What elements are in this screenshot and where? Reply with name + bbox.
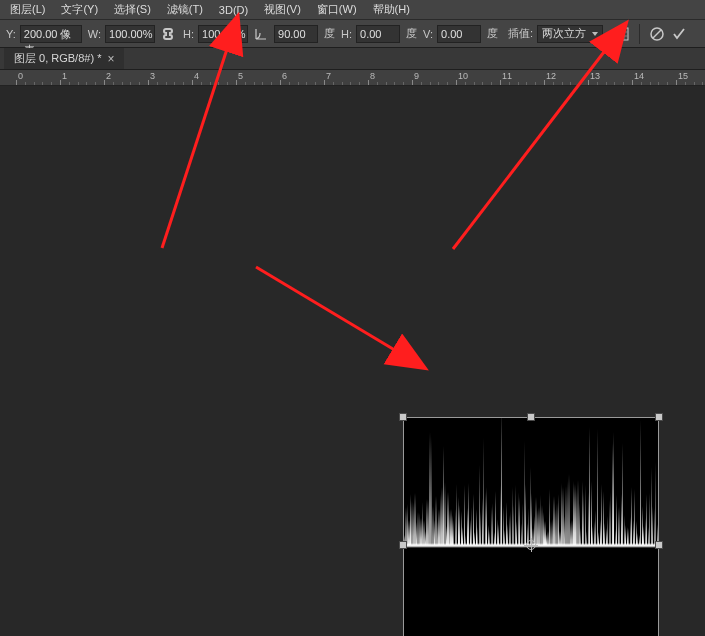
ruler-label: 6 bbox=[282, 71, 287, 81]
ruler-label: 9 bbox=[414, 71, 419, 81]
transform-handle-top-right[interactable] bbox=[655, 413, 663, 421]
warp-mode-icon[interactable] bbox=[613, 25, 631, 43]
cancel-transform-icon[interactable] bbox=[648, 25, 666, 43]
hskew-label: H: bbox=[341, 28, 352, 40]
rotation-field[interactable]: 90.00 bbox=[274, 25, 318, 43]
ruler-label: 15 bbox=[678, 71, 688, 81]
transform-handle-top-left[interactable] bbox=[399, 413, 407, 421]
menu-view[interactable]: 视图(V) bbox=[256, 0, 309, 19]
y-field[interactable]: 200.00 像素 bbox=[20, 25, 82, 43]
width-field[interactable]: 100.00% bbox=[105, 25, 155, 43]
waveform-spike bbox=[597, 429, 598, 545]
ruler-label: 14 bbox=[634, 71, 644, 81]
link-icon[interactable] bbox=[159, 25, 177, 43]
angle-icon bbox=[252, 25, 270, 43]
ruler-label: 4 bbox=[194, 71, 199, 81]
close-icon[interactable]: × bbox=[107, 53, 114, 65]
svg-rect-0 bbox=[616, 28, 628, 40]
commit-transform-icon[interactable] bbox=[670, 25, 688, 43]
svg-line-2 bbox=[653, 30, 661, 38]
document-tab[interactable]: 图层 0, RGB/8#) * × bbox=[4, 48, 124, 69]
separator bbox=[639, 24, 640, 44]
waveform-spike bbox=[613, 432, 614, 545]
height-field[interactable]: 100.00% bbox=[198, 25, 248, 43]
document-tab-bar: 图层 0, RGB/8#) * × bbox=[0, 48, 705, 70]
options-bar: Y: 200.00 像素 W: 100.00% H: 100.00% 90.00… bbox=[0, 20, 705, 48]
menu-filter[interactable]: 滤镜(T) bbox=[159, 0, 211, 19]
ruler-label: 3 bbox=[150, 71, 155, 81]
interpolation-label: 插值: bbox=[508, 26, 533, 41]
menu-window[interactable]: 窗口(W) bbox=[309, 0, 365, 19]
ruler-label: 7 bbox=[326, 71, 331, 81]
ruler-label: 12 bbox=[546, 71, 556, 81]
ruler-label: 1 bbox=[62, 71, 67, 81]
transform-reference-point[interactable] bbox=[526, 540, 536, 550]
transform-handle-top-middle[interactable] bbox=[527, 413, 535, 421]
menu-select[interactable]: 选择(S) bbox=[106, 0, 159, 19]
hskew-unit: 度 bbox=[406, 26, 417, 41]
ruler-label: 11 bbox=[502, 71, 512, 81]
transform-handle-middle-left[interactable] bbox=[399, 541, 407, 549]
free-transform-bounding-box[interactable] bbox=[404, 418, 658, 636]
menu-3d[interactable]: 3D(D) bbox=[211, 2, 256, 18]
horizontal-ruler[interactable]: 012345678910111213141516 bbox=[0, 70, 705, 86]
menu-help[interactable]: 帮助(H) bbox=[365, 0, 418, 19]
vskew-label: V: bbox=[423, 28, 433, 40]
menu-text[interactable]: 文字(Y) bbox=[53, 0, 106, 19]
width-label: W: bbox=[88, 28, 101, 40]
menu-bar: 图层(L) 文字(Y) 选择(S) 滤镜(T) 3D(D) 视图(V) 窗口(W… bbox=[0, 0, 705, 20]
y-label: Y: bbox=[6, 28, 16, 40]
vskew-unit: 度 bbox=[487, 26, 498, 41]
ruler-label: 5 bbox=[238, 71, 243, 81]
rotation-unit: 度 bbox=[324, 26, 335, 41]
interpolation-select[interactable]: 两次立方 bbox=[537, 25, 603, 43]
menu-layer[interactable]: 图层(L) bbox=[2, 0, 53, 19]
ruler-label: 2 bbox=[106, 71, 111, 81]
ruler-label: 8 bbox=[370, 71, 375, 81]
ruler-label: 10 bbox=[458, 71, 468, 81]
height-label: H: bbox=[183, 28, 194, 40]
transform-handle-middle-right[interactable] bbox=[655, 541, 663, 549]
ruler-label: 13 bbox=[590, 71, 600, 81]
layer-content-image bbox=[404, 418, 658, 636]
hskew-field[interactable]: 0.00 bbox=[356, 25, 400, 43]
vskew-field[interactable]: 0.00 bbox=[437, 25, 481, 43]
ruler-label: 0 bbox=[18, 71, 23, 81]
document-tab-title: 图层 0, RGB/8#) * bbox=[14, 51, 101, 66]
canvas-area[interactable] bbox=[0, 86, 705, 636]
